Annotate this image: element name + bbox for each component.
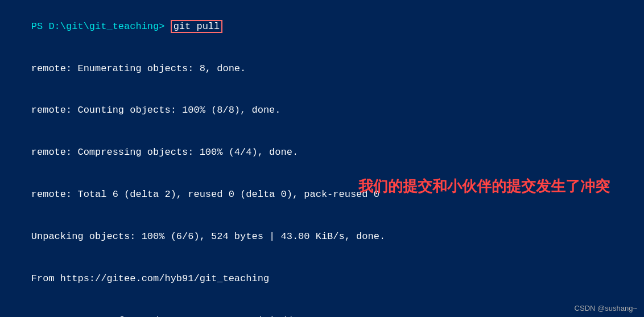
output-compress: remote: Compressing objects: 100% (4/4),…: [31, 147, 298, 158]
annotation-text: 我们的提交和小伙伴的提交发生了冲突: [358, 176, 610, 196]
output-total: remote: Total 6 (delta 2), reused 0 (del…: [31, 189, 379, 200]
prompt-1: PS D:\git\git_teaching>: [31, 21, 171, 32]
terminal-window: PS D:\git\git_teaching> git pull remote:…: [0, 0, 644, 317]
output-enum: remote: Enumerating objects: 8, done.: [31, 63, 246, 74]
line-4: remote: Compressing objects: 100% (4/4),…: [8, 132, 636, 174]
output-unpack: Unpacking objects: 100% (6/6), 524 bytes…: [31, 231, 385, 242]
line-8: 7388a31..305f78a dev -> origin/dev: [8, 300, 636, 317]
line-7: From https://gitee.com/hyb91/git_teachin…: [8, 258, 636, 300]
command-git-pull: git pull: [171, 20, 223, 33]
output-from: From https://gitee.com/hyb91/git_teachin…: [31, 273, 269, 284]
line-1: PS D:\git\git_teaching> git pull: [8, 6, 636, 48]
line-6: Unpacking objects: 100% (6/6), 524 bytes…: [8, 216, 636, 258]
line-2: remote: Enumerating objects: 8, done.: [8, 48, 636, 90]
output-count: remote: Counting objects: 100% (8/8), do…: [31, 105, 281, 116]
watermark: CSDN @sushang~: [575, 304, 637, 312]
line-3: remote: Counting objects: 100% (8/8), do…: [8, 90, 636, 132]
